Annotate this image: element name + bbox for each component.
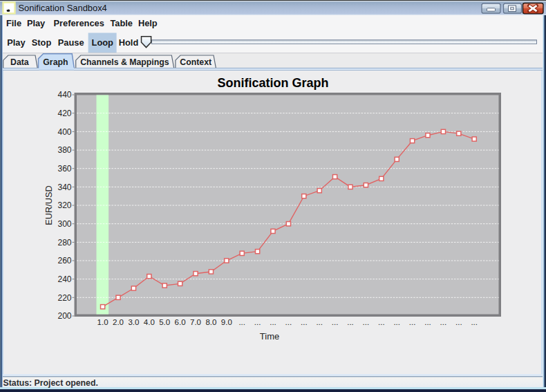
svg-text:...: ... — [238, 318, 245, 326]
svg-text:File: File — [6, 18, 21, 28]
svg-text:8.0: 8.0 — [205, 318, 216, 326]
svg-text:...: ... — [332, 318, 339, 326]
svg-text:Pause: Pause — [58, 37, 84, 48]
svg-text:Status: Project opened.: Status: Project opened. — [3, 378, 98, 388]
svg-text:9.0: 9.0 — [221, 318, 232, 326]
svg-text:Loop: Loop — [92, 37, 113, 48]
svg-text:300: 300 — [57, 219, 71, 229]
svg-text:400: 400 — [57, 127, 71, 137]
svg-text:...: ... — [347, 318, 354, 326]
svg-text:340: 340 — [57, 183, 71, 192]
svg-text:...: ... — [440, 318, 447, 326]
svg-text:Preferences: Preferences — [54, 18, 104, 28]
svg-text:Play: Play — [7, 37, 26, 48]
svg-text:Graph: Graph — [43, 57, 68, 67]
svg-text:Time: Time — [260, 331, 279, 342]
svg-text:440: 440 — [57, 90, 71, 100]
svg-text:...: ... — [424, 318, 431, 326]
svg-text:2.0: 2.0 — [113, 318, 124, 326]
svg-text:7.0: 7.0 — [190, 318, 201, 326]
svg-text:420: 420 — [57, 109, 71, 118]
svg-text:260: 260 — [57, 256, 71, 265]
svg-text:Stop: Stop — [32, 37, 52, 48]
svg-text:4.0: 4.0 — [144, 318, 155, 326]
svg-text:Hold: Hold — [119, 37, 138, 48]
svg-text:...: ... — [378, 318, 385, 326]
svg-text:240: 240 — [57, 274, 71, 284]
svg-text:Help: Help — [138, 18, 158, 28]
svg-text:...: ... — [409, 318, 416, 326]
svg-text:220: 220 — [57, 293, 71, 303]
svg-text:...: ... — [471, 318, 478, 326]
svg-text:...: ... — [270, 318, 276, 326]
svg-text:380: 380 — [57, 145, 71, 155]
svg-text:...: ... — [254, 318, 261, 326]
svg-text:...: ... — [455, 318, 462, 326]
svg-text:Table: Table — [111, 18, 133, 28]
svg-text:Context: Context — [180, 57, 211, 67]
svg-text:Sonification Graph: Sonification Graph — [217, 76, 328, 90]
svg-text:...: ... — [285, 318, 292, 326]
svg-text:6.0: 6.0 — [175, 318, 186, 326]
svg-text:...: ... — [301, 318, 308, 326]
svg-text:...: ... — [393, 318, 400, 326]
svg-text:Sonification Sandbox4: Sonification Sandbox4 — [19, 3, 107, 13]
svg-text:...: ... — [316, 318, 323, 326]
svg-text:Data: Data — [10, 57, 29, 67]
svg-text:...: ... — [363, 318, 370, 326]
svg-text:Channels & Mappings: Channels & Mappings — [80, 57, 169, 67]
svg-text:280: 280 — [57, 238, 71, 248]
svg-text:1.0: 1.0 — [97, 318, 109, 326]
svg-text:200: 200 — [57, 311, 71, 321]
svg-text:320: 320 — [57, 200, 71, 210]
svg-text:3.0: 3.0 — [128, 318, 139, 326]
svg-text:5.0: 5.0 — [159, 318, 170, 326]
svg-text:360: 360 — [57, 164, 71, 174]
svg-text:Play: Play — [27, 18, 46, 28]
svg-text:EUR/USD: EUR/USD — [44, 185, 54, 225]
